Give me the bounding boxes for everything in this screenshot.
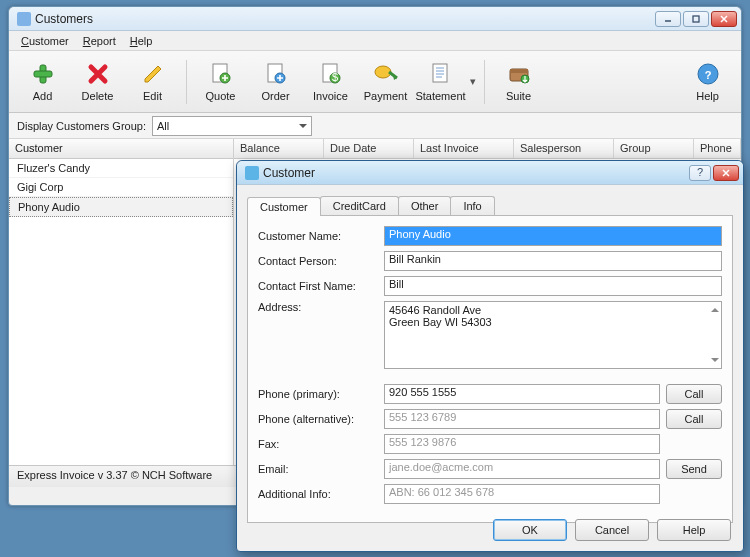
dialog-close-button[interactable] — [713, 165, 739, 181]
suite-button[interactable]: Suite — [491, 54, 546, 110]
svg-text:?: ? — [697, 168, 703, 178]
filter-label: Display Customers Group: — [17, 120, 146, 132]
ok-button[interactable]: OK — [493, 519, 567, 541]
statement-icon — [428, 61, 454, 87]
customer-name-field[interactable]: Phony Audio — [384, 226, 722, 246]
filter-row: Display Customers Group: All — [9, 113, 741, 139]
toolbar-separator — [484, 60, 485, 104]
label-contact-person: Contact Person: — [258, 255, 384, 267]
suite-icon — [506, 61, 532, 87]
label-additional: Additional Info: — [258, 488, 384, 500]
add-button[interactable]: Add — [15, 54, 70, 110]
scroll-down-icon[interactable] — [711, 358, 719, 366]
col-salesperson[interactable]: Salesperson — [514, 139, 614, 158]
menu-report[interactable]: Report — [77, 33, 122, 49]
dialog-help-button[interactable]: ? — [689, 165, 711, 181]
additional-field[interactable]: ABN: 66 012 345 678 — [384, 484, 660, 504]
toolbar-separator — [186, 60, 187, 104]
label-customer-name: Customer Name: — [258, 230, 384, 242]
tab-creditcard[interactable]: CreditCard — [320, 196, 399, 215]
invoice-button[interactable]: $ Invoice — [303, 54, 358, 110]
quote-icon — [208, 61, 234, 87]
col-due-date[interactable]: Due Date — [324, 139, 414, 158]
customer-dialog: Customer ? Customer CreditCard Other Inf… — [236, 160, 744, 552]
menu-help[interactable]: Help — [124, 33, 159, 49]
list-item[interactable]: Gigi Corp — [9, 178, 233, 197]
dialog-help-footer-button[interactable]: Help — [657, 519, 731, 541]
dialog-titlebar[interactable]: Customer ? — [237, 161, 743, 185]
edit-button[interactable]: Edit — [125, 54, 180, 110]
dialog-buttons: OK Cancel Help — [493, 519, 731, 541]
invoice-icon: $ — [318, 61, 344, 87]
help-button[interactable]: ? Help — [680, 54, 735, 110]
address-field[interactable]: 45646 Randoll Ave Green Bay WI 54303 — [384, 301, 722, 369]
send-email-button[interactable]: Send — [666, 459, 722, 479]
label-phone-primary: Phone (primary): — [258, 388, 384, 400]
svg-text:$: $ — [331, 71, 337, 83]
toolbar: Add Delete Edit Quote Order $ Invoice Pa… — [9, 51, 741, 113]
list-item[interactable]: Fluzer's Candy — [9, 159, 233, 178]
dialog-body: Customer CreditCard Other Info Customer … — [237, 185, 743, 529]
call-alt-button[interactable]: Call — [666, 409, 722, 429]
col-last-invoice[interactable]: Last Invoice — [414, 139, 514, 158]
contact-first-field[interactable]: Bill — [384, 276, 722, 296]
plus-icon — [30, 61, 56, 87]
col-group[interactable]: Group — [614, 139, 694, 158]
tab-other[interactable]: Other — [398, 196, 452, 215]
svg-rect-19 — [510, 69, 528, 73]
email-field[interactable]: jane.doe@acme.com — [384, 459, 660, 479]
close-button[interactable] — [711, 11, 737, 27]
contact-person-field[interactable]: Bill Rankin — [384, 251, 722, 271]
label-email: Email: — [258, 463, 384, 475]
group-combo[interactable]: All — [152, 116, 312, 136]
statement-button[interactable]: Statement — [413, 54, 468, 110]
tab-customer[interactable]: Customer — [247, 197, 321, 216]
svg-rect-3 — [34, 71, 52, 77]
label-address: Address: — [258, 301, 384, 313]
statement-dropdown[interactable]: ▾ — [468, 54, 478, 110]
label-fax: Fax: — [258, 438, 384, 450]
quote-button[interactable]: Quote — [193, 54, 248, 110]
delete-button[interactable]: Delete — [70, 54, 125, 110]
order-icon — [263, 61, 289, 87]
menubar: Customer Report Help — [9, 31, 741, 51]
customer-list: Customer Fluzer's Candy Gigi Corp Phony … — [9, 139, 234, 465]
svg-rect-1 — [693, 16, 699, 22]
customer-list-header[interactable]: Customer — [9, 139, 233, 159]
help-icon: ? — [695, 61, 721, 87]
tab-panel: Customer Name: Phony Audio Contact Perso… — [247, 215, 733, 523]
pencil-icon — [140, 61, 166, 87]
dialog-title: Customer — [263, 166, 689, 180]
tab-info[interactable]: Info — [450, 196, 494, 215]
menu-customer[interactable]: Customer — [15, 33, 75, 49]
main-titlebar[interactable]: Customers — [9, 7, 741, 31]
x-icon — [85, 61, 111, 87]
call-primary-button[interactable]: Call — [666, 384, 722, 404]
col-balance[interactable]: Balance — [234, 139, 324, 158]
label-contact-first: Contact First Name: — [258, 280, 384, 292]
cancel-button[interactable]: Cancel — [575, 519, 649, 541]
payment-button[interactable]: Payment — [358, 54, 413, 110]
app-icon — [17, 12, 31, 26]
col-phone[interactable]: Phone — [694, 139, 741, 158]
minimize-button[interactable] — [655, 11, 681, 27]
window-title: Customers — [35, 12, 655, 26]
fax-field[interactable]: 555 123 9876 — [384, 434, 660, 454]
phone-primary-field[interactable]: 920 555 1555 — [384, 384, 660, 404]
svg-rect-13 — [433, 64, 447, 82]
phone-alt-field[interactable]: 555 123 6789 — [384, 409, 660, 429]
scroll-up-icon[interactable] — [711, 304, 719, 312]
label-phone-alt: Phone (alternative): — [258, 413, 384, 425]
order-button[interactable]: Order — [248, 54, 303, 110]
svg-point-11 — [375, 66, 391, 78]
maximize-button[interactable] — [683, 11, 709, 27]
list-item[interactable]: Phony Audio — [9, 197, 233, 217]
svg-text:?: ? — [704, 69, 711, 81]
column-headers: Balance Due Date Last Invoice Salesperso… — [234, 139, 741, 159]
payment-icon — [373, 61, 399, 87]
dialog-tabs: Customer CreditCard Other Info — [247, 193, 733, 215]
dialog-icon — [245, 166, 259, 180]
